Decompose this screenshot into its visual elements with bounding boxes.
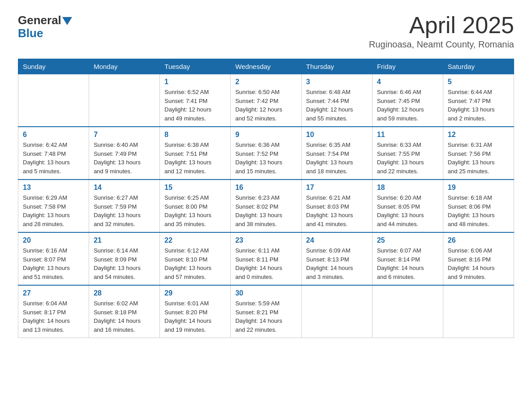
day-number: 7 (94, 131, 155, 139)
day-info: Sunrise: 6:25 AM Sunset: 8:00 PM Dayligh… (164, 193, 226, 228)
calendar-cell: 18Sunrise: 6:20 AM Sunset: 8:05 PM Dayli… (372, 180, 443, 232)
calendar-cell: 24Sunrise: 6:09 AM Sunset: 8:13 PM Dayli… (301, 232, 372, 285)
day-number: 28 (94, 289, 155, 297)
calendar-cell: 14Sunrise: 6:27 AM Sunset: 7:59 PM Dayli… (89, 180, 160, 232)
day-number: 8 (164, 131, 226, 139)
day-number: 27 (23, 289, 84, 297)
day-info: Sunrise: 6:35 AM Sunset: 7:54 PM Dayligh… (306, 141, 368, 176)
day-number: 3 (306, 78, 368, 86)
day-info: Sunrise: 6:07 AM Sunset: 8:14 PM Dayligh… (377, 246, 438, 281)
location-text: Ruginoasa, Neamt County, Romania (369, 39, 514, 50)
calendar-body: 1Sunrise: 6:52 AM Sunset: 7:41 PM Daylig… (18, 74, 514, 338)
calendar-week-row: 6Sunrise: 6:42 AM Sunset: 7:48 PM Daylig… (18, 127, 514, 180)
calendar-cell: 4Sunrise: 6:46 AM Sunset: 7:45 PM Daylig… (372, 74, 443, 127)
calendar-cell (18, 74, 89, 127)
calendar-cell (372, 285, 443, 338)
weekday-friday: Friday (372, 59, 443, 74)
day-info: Sunrise: 6:48 AM Sunset: 7:44 PM Dayligh… (306, 88, 368, 123)
day-number: 24 (306, 236, 368, 244)
calendar-cell: 8Sunrise: 6:38 AM Sunset: 7:51 PM Daylig… (160, 127, 231, 180)
calendar-cell: 21Sunrise: 6:14 AM Sunset: 8:09 PM Dayli… (89, 232, 160, 285)
calendar-week-row: 1Sunrise: 6:52 AM Sunset: 7:41 PM Daylig… (18, 74, 514, 127)
calendar-cell: 28Sunrise: 6:02 AM Sunset: 8:18 PM Dayli… (89, 285, 160, 338)
day-info: Sunrise: 6:01 AM Sunset: 8:20 PM Dayligh… (164, 299, 226, 334)
calendar-cell: 15Sunrise: 6:25 AM Sunset: 8:00 PM Dayli… (160, 180, 231, 232)
calendar-cell: 23Sunrise: 6:11 AM Sunset: 8:11 PM Dayli… (231, 232, 301, 285)
calendar-table: SundayMondayTuesdayWednesdayThursdayFrid… (18, 59, 514, 338)
day-info: Sunrise: 6:09 AM Sunset: 8:13 PM Dayligh… (306, 246, 368, 281)
day-info: Sunrise: 6:29 AM Sunset: 7:58 PM Dayligh… (23, 193, 84, 228)
day-info: Sunrise: 6:33 AM Sunset: 7:55 PM Dayligh… (377, 141, 438, 176)
day-info: Sunrise: 6:11 AM Sunset: 8:11 PM Dayligh… (235, 246, 296, 281)
day-number: 2 (235, 78, 296, 86)
weekday-wednesday: Wednesday (231, 59, 301, 74)
calendar-cell: 2Sunrise: 6:50 AM Sunset: 7:42 PM Daylig… (231, 74, 301, 127)
calendar-cell: 1Sunrise: 6:52 AM Sunset: 7:41 PM Daylig… (160, 74, 231, 127)
day-info: Sunrise: 6:04 AM Sunset: 8:17 PM Dayligh… (23, 299, 84, 334)
calendar-cell: 11Sunrise: 6:33 AM Sunset: 7:55 PM Dayli… (372, 127, 443, 180)
day-number: 12 (448, 131, 509, 139)
day-info: Sunrise: 6:18 AM Sunset: 8:06 PM Dayligh… (448, 193, 509, 228)
calendar-header: SundayMondayTuesdayWednesdayThursdayFrid… (18, 59, 514, 74)
calendar-cell: 27Sunrise: 6:04 AM Sunset: 8:17 PM Dayli… (18, 285, 89, 338)
calendar-cell: 9Sunrise: 6:36 AM Sunset: 7:52 PM Daylig… (231, 127, 301, 180)
day-number: 5 (448, 78, 509, 86)
calendar-week-row: 27Sunrise: 6:04 AM Sunset: 8:17 PM Dayli… (18, 285, 514, 338)
calendar-cell: 16Sunrise: 6:23 AM Sunset: 8:02 PM Dayli… (231, 180, 301, 232)
svg-marker-0 (62, 17, 72, 25)
day-number: 11 (377, 131, 438, 139)
calendar-cell: 25Sunrise: 6:07 AM Sunset: 8:14 PM Dayli… (372, 232, 443, 285)
day-number: 29 (164, 289, 226, 297)
calendar-cell: 3Sunrise: 6:48 AM Sunset: 7:44 PM Daylig… (301, 74, 372, 127)
calendar-cell: 29Sunrise: 6:01 AM Sunset: 8:20 PM Dayli… (160, 285, 231, 338)
calendar-cell: 30Sunrise: 5:59 AM Sunset: 8:21 PM Dayli… (231, 285, 301, 338)
calendar-week-row: 13Sunrise: 6:29 AM Sunset: 7:58 PM Dayli… (18, 180, 514, 232)
calendar-cell (89, 74, 160, 127)
calendar-cell: 22Sunrise: 6:12 AM Sunset: 8:10 PM Dayli… (160, 232, 231, 285)
day-number: 17 (306, 184, 368, 192)
calendar-cell: 13Sunrise: 6:29 AM Sunset: 7:58 PM Dayli… (18, 180, 89, 232)
day-number: 26 (448, 236, 509, 244)
day-number: 25 (377, 236, 438, 244)
day-info: Sunrise: 6:38 AM Sunset: 7:51 PM Dayligh… (164, 141, 226, 176)
calendar-cell (301, 285, 372, 338)
day-number: 23 (235, 236, 296, 244)
day-info: Sunrise: 6:44 AM Sunset: 7:47 PM Dayligh… (448, 88, 509, 123)
day-info: Sunrise: 6:21 AM Sunset: 8:03 PM Dayligh… (306, 193, 368, 228)
day-info: Sunrise: 6:12 AM Sunset: 8:10 PM Dayligh… (164, 246, 226, 281)
logo: General Blue (18, 13, 72, 40)
weekday-saturday: Saturday (443, 59, 514, 74)
page-header: General Blue April 2025 Ruginoasa, Neamt… (18, 13, 514, 50)
day-number: 6 (23, 131, 84, 139)
weekday-thursday: Thursday (301, 59, 372, 74)
calendar-cell: 12Sunrise: 6:31 AM Sunset: 7:56 PM Dayli… (443, 127, 514, 180)
logo-blue-text: Blue (18, 26, 43, 40)
day-number: 1 (164, 78, 226, 86)
day-number: 10 (306, 131, 368, 139)
day-number: 15 (164, 184, 226, 192)
day-number: 13 (23, 184, 84, 192)
day-info: Sunrise: 6:20 AM Sunset: 8:05 PM Dayligh… (377, 193, 438, 228)
day-number: 19 (448, 184, 509, 192)
day-number: 16 (235, 184, 296, 192)
calendar-cell: 7Sunrise: 6:40 AM Sunset: 7:49 PM Daylig… (89, 127, 160, 180)
day-info: Sunrise: 6:36 AM Sunset: 7:52 PM Dayligh… (235, 141, 296, 176)
calendar-cell: 10Sunrise: 6:35 AM Sunset: 7:54 PM Dayli… (301, 127, 372, 180)
calendar-cell (443, 285, 514, 338)
weekday-tuesday: Tuesday (160, 59, 231, 74)
day-number: 21 (94, 236, 155, 244)
weekday-monday: Monday (89, 59, 160, 74)
day-info: Sunrise: 6:31 AM Sunset: 7:56 PM Dayligh… (448, 141, 509, 176)
calendar-cell: 26Sunrise: 6:06 AM Sunset: 8:16 PM Dayli… (443, 232, 514, 285)
day-info: Sunrise: 6:23 AM Sunset: 8:02 PM Dayligh… (235, 193, 296, 228)
calendar-cell: 6Sunrise: 6:42 AM Sunset: 7:48 PM Daylig… (18, 127, 89, 180)
day-info: Sunrise: 6:46 AM Sunset: 7:45 PM Dayligh… (377, 88, 438, 123)
day-info: Sunrise: 6:14 AM Sunset: 8:09 PM Dayligh… (94, 246, 155, 281)
day-number: 4 (377, 78, 438, 86)
day-info: Sunrise: 6:06 AM Sunset: 8:16 PM Dayligh… (448, 246, 509, 281)
day-number: 14 (94, 184, 155, 192)
day-info: Sunrise: 6:27 AM Sunset: 7:59 PM Dayligh… (94, 193, 155, 228)
logo-arrow-icon (62, 17, 72, 25)
day-number: 9 (235, 131, 296, 139)
day-info: Sunrise: 6:16 AM Sunset: 8:07 PM Dayligh… (23, 246, 84, 281)
